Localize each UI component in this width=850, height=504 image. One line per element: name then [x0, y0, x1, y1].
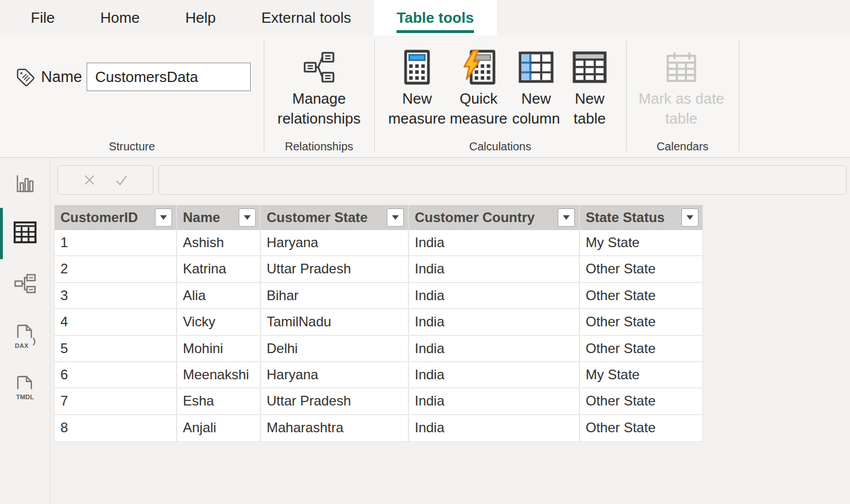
table-row: 1 Ashish Haryana India My State	[55, 230, 702, 256]
ribbon-group-divider	[264, 40, 264, 151]
cell[interactable]: Delhi	[260, 336, 408, 361]
cell[interactable]: India	[408, 230, 579, 255]
cell[interactable]: 6	[55, 362, 176, 387]
sidebar-item-table-view[interactable]	[0, 218, 50, 247]
new-table-label: New table	[563, 89, 616, 129]
formula-commit-button[interactable]	[113, 171, 130, 189]
cell[interactable]: India	[408, 336, 579, 361]
ribbon-group-divider	[626, 40, 627, 151]
cell[interactable]: Other State	[579, 309, 702, 334]
cell[interactable]: TamilNadu	[260, 309, 408, 334]
cell[interactable]: Anjali	[176, 415, 260, 441]
cell[interactable]: Alia	[176, 283, 260, 308]
cell[interactable]: Meenakshi	[176, 362, 260, 387]
formula-cancel-button[interactable]	[81, 171, 98, 189]
column-header-customerid[interactable]: CustomerID	[55, 205, 176, 230]
column-filter-button[interactable]	[155, 208, 172, 227]
column-filter-button[interactable]	[558, 208, 575, 227]
cell[interactable]: Ashish	[176, 230, 260, 255]
mark-as-date-table-button: Mark as date table	[636, 49, 727, 129]
new-measure-label: New measure	[388, 89, 446, 129]
column-header-customer-country[interactable]: Customer Country	[408, 205, 579, 230]
formula-bar-input[interactable]	[158, 165, 847, 195]
new-table-button[interactable]: New table	[563, 49, 616, 129]
cell[interactable]: 7	[55, 388, 176, 413]
cell[interactable]: 4	[55, 309, 176, 334]
cell[interactable]: Other State	[579, 388, 702, 413]
cell[interactable]: Other State	[579, 283, 702, 308]
quick-measure-button[interactable]: Quick measure	[449, 49, 508, 129]
column-header-label: CustomerID	[60, 210, 138, 225]
tab-help[interactable]: Help	[162, 0, 238, 35]
cell[interactable]: Uttar Pradesh	[260, 388, 408, 413]
chevron-down-icon	[392, 215, 399, 220]
new-column-button[interactable]: New column	[508, 49, 565, 129]
cell[interactable]: Vicky	[176, 309, 260, 334]
ribbon-group-divider	[739, 40, 739, 151]
tab-file[interactable]: File	[8, 0, 77, 35]
cell[interactable]: India	[408, 283, 579, 308]
view-switcher-sidebar: DAX TMDL	[0, 158, 50, 504]
cell[interactable]: Uttar Pradesh	[260, 256, 408, 281]
table-row: 8 Anjali Maharashtra India Other State	[55, 415, 702, 441]
cell[interactable]: India	[408, 256, 579, 281]
cell[interactable]: 5	[55, 336, 176, 361]
cell[interactable]: Other State	[579, 415, 702, 441]
manage-relationships-button[interactable]: Manage relationships	[271, 49, 367, 129]
dax-file-icon: DAX	[13, 323, 38, 349]
formula-bar-buttons	[58, 165, 153, 195]
table-grid-icon	[13, 221, 37, 244]
cell[interactable]: India	[408, 362, 579, 387]
tmdl-icon-label: TMDL	[13, 394, 38, 400]
cell[interactable]: My State	[579, 230, 702, 255]
manage-relationships-label: Manage relationships	[271, 89, 367, 129]
cell[interactable]: Haryana	[260, 230, 408, 255]
cell[interactable]: Maharashtra	[260, 415, 408, 441]
cell[interactable]: My State	[579, 362, 702, 387]
cell[interactable]: Katrina	[176, 256, 260, 281]
column-header-label: Customer State	[267, 210, 367, 225]
cell[interactable]: Esha	[176, 388, 260, 413]
cell[interactable]: Bihar	[260, 283, 408, 308]
column-header-name[interactable]: Name	[176, 205, 260, 230]
relationships-diagram-icon	[301, 49, 337, 85]
bar-chart-icon	[14, 172, 36, 195]
tmdl-file-icon: TMDL	[13, 374, 38, 400]
cell[interactable]: 1	[55, 230, 176, 255]
column-filter-button[interactable]	[387, 208, 404, 227]
table-name-label: Name	[41, 65, 82, 88]
table-row: 4 Vicky TamilNadu India Other State	[55, 309, 702, 335]
cell[interactable]: India	[408, 309, 579, 334]
sidebar-item-model-view[interactable]	[0, 269, 50, 298]
cell[interactable]: Mohini	[176, 336, 260, 361]
column-header-customer-state[interactable]: Customer State	[260, 205, 408, 230]
column-header-label: State Status	[586, 210, 665, 225]
new-measure-button[interactable]: New measure	[391, 49, 443, 129]
cell[interactable]: India	[408, 388, 579, 413]
column-header-state-status[interactable]: State Status	[579, 205, 702, 230]
group-label-relationships: Relationships	[264, 140, 374, 156]
sidebar-item-report-view[interactable]	[0, 169, 50, 198]
cell[interactable]: 3	[55, 283, 176, 308]
cell[interactable]: 2	[55, 256, 176, 281]
column-filter-button[interactable]	[681, 208, 698, 227]
data-view-content: CustomerID Name Customer State Customer …	[51, 158, 850, 504]
group-label-calendars: Calendars	[626, 140, 739, 156]
new-column-label: New column	[508, 89, 565, 129]
quick-measure-label: Quick measure	[449, 89, 508, 129]
sidebar-item-dax-query-view[interactable]: DAX	[0, 322, 50, 350]
tab-table-tools[interactable]: Table tools	[374, 0, 496, 35]
tab-home[interactable]: Home	[77, 0, 162, 35]
column-header-label: Customer Country	[415, 210, 535, 225]
sidebar-item-tmdl-view[interactable]: TMDL	[0, 373, 50, 401]
cell[interactable]: India	[408, 415, 579, 441]
cell[interactable]: 8	[55, 415, 176, 441]
cell[interactable]: Other State	[579, 256, 702, 281]
tab-external-tools[interactable]: External tools	[239, 0, 374, 35]
cell[interactable]: Haryana	[260, 362, 408, 387]
table-name-input[interactable]	[87, 63, 251, 91]
cell[interactable]: Other State	[579, 336, 702, 361]
table-row: 2 Katrina Uttar Pradesh India Other Stat…	[55, 256, 702, 282]
table-column-highlight-icon	[518, 49, 554, 85]
column-filter-button[interactable]	[239, 208, 256, 227]
